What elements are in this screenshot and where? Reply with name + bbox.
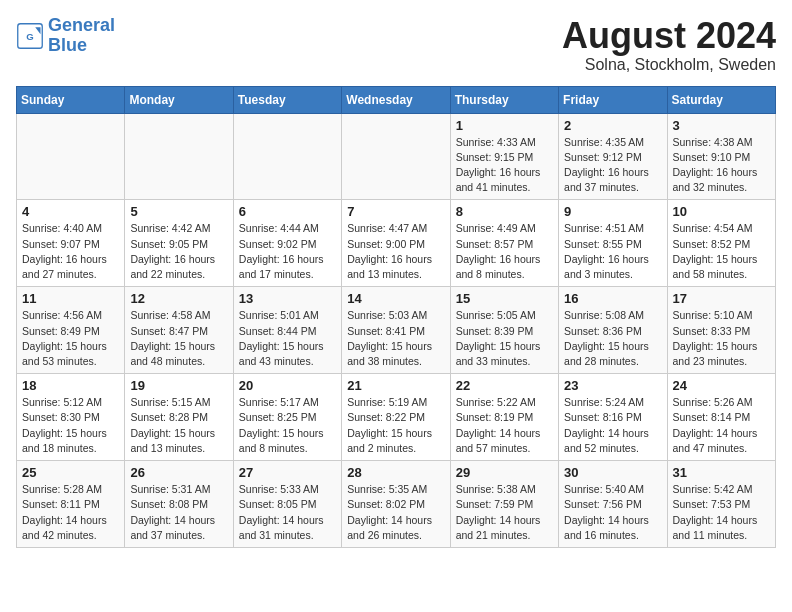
calendar-cell: 23Sunrise: 5:24 AMSunset: 8:16 PMDayligh… bbox=[559, 374, 667, 461]
day-number: 2 bbox=[564, 118, 661, 133]
day-detail: Sunrise: 5:42 AMSunset: 7:53 PMDaylight:… bbox=[673, 482, 770, 543]
day-detail: Sunrise: 5:05 AMSunset: 8:39 PMDaylight:… bbox=[456, 308, 553, 369]
day-detail: Sunrise: 5:40 AMSunset: 7:56 PMDaylight:… bbox=[564, 482, 661, 543]
day-number: 28 bbox=[347, 465, 444, 480]
calendar-cell: 26Sunrise: 5:31 AMSunset: 8:08 PMDayligh… bbox=[125, 461, 233, 548]
calendar-cell: 5Sunrise: 4:42 AMSunset: 9:05 PMDaylight… bbox=[125, 200, 233, 287]
day-number: 16 bbox=[564, 291, 661, 306]
calendar-cell: 24Sunrise: 5:26 AMSunset: 8:14 PMDayligh… bbox=[667, 374, 775, 461]
calendar-cell: 31Sunrise: 5:42 AMSunset: 7:53 PMDayligh… bbox=[667, 461, 775, 548]
calendar-cell bbox=[125, 113, 233, 200]
logo-icon: G bbox=[16, 22, 44, 50]
calendar-cell: 11Sunrise: 4:56 AMSunset: 8:49 PMDayligh… bbox=[17, 287, 125, 374]
day-number: 25 bbox=[22, 465, 119, 480]
day-number: 24 bbox=[673, 378, 770, 393]
calendar-cell bbox=[342, 113, 450, 200]
logo: G General Blue bbox=[16, 16, 115, 56]
logo-line2: Blue bbox=[48, 35, 87, 55]
day-number: 26 bbox=[130, 465, 227, 480]
day-number: 7 bbox=[347, 204, 444, 219]
day-detail: Sunrise: 4:44 AMSunset: 9:02 PMDaylight:… bbox=[239, 221, 336, 282]
day-detail: Sunrise: 5:19 AMSunset: 8:22 PMDaylight:… bbox=[347, 395, 444, 456]
day-detail: Sunrise: 5:22 AMSunset: 8:19 PMDaylight:… bbox=[456, 395, 553, 456]
day-detail: Sunrise: 5:38 AMSunset: 7:59 PMDaylight:… bbox=[456, 482, 553, 543]
day-detail: Sunrise: 4:58 AMSunset: 8:47 PMDaylight:… bbox=[130, 308, 227, 369]
day-number: 23 bbox=[564, 378, 661, 393]
week-row-2: 4Sunrise: 4:40 AMSunset: 9:07 PMDaylight… bbox=[17, 200, 776, 287]
calendar-cell: 18Sunrise: 5:12 AMSunset: 8:30 PMDayligh… bbox=[17, 374, 125, 461]
day-header-row: SundayMondayTuesdayWednesdayThursdayFrid… bbox=[17, 86, 776, 113]
day-header-wednesday: Wednesday bbox=[342, 86, 450, 113]
day-number: 22 bbox=[456, 378, 553, 393]
calendar-table: SundayMondayTuesdayWednesdayThursdayFrid… bbox=[16, 86, 776, 548]
day-detail: Sunrise: 5:26 AMSunset: 8:14 PMDaylight:… bbox=[673, 395, 770, 456]
day-detail: Sunrise: 5:33 AMSunset: 8:05 PMDaylight:… bbox=[239, 482, 336, 543]
day-number: 10 bbox=[673, 204, 770, 219]
day-detail: Sunrise: 5:35 AMSunset: 8:02 PMDaylight:… bbox=[347, 482, 444, 543]
day-header-tuesday: Tuesday bbox=[233, 86, 341, 113]
logo-line1: General bbox=[48, 15, 115, 35]
day-number: 12 bbox=[130, 291, 227, 306]
day-number: 17 bbox=[673, 291, 770, 306]
calendar-title: August 2024 bbox=[562, 16, 776, 56]
day-number: 14 bbox=[347, 291, 444, 306]
day-detail: Sunrise: 5:31 AMSunset: 8:08 PMDaylight:… bbox=[130, 482, 227, 543]
calendar-cell: 27Sunrise: 5:33 AMSunset: 8:05 PMDayligh… bbox=[233, 461, 341, 548]
day-number: 6 bbox=[239, 204, 336, 219]
calendar-cell: 19Sunrise: 5:15 AMSunset: 8:28 PMDayligh… bbox=[125, 374, 233, 461]
day-detail: Sunrise: 5:12 AMSunset: 8:30 PMDaylight:… bbox=[22, 395, 119, 456]
day-number: 13 bbox=[239, 291, 336, 306]
week-row-1: 1Sunrise: 4:33 AMSunset: 9:15 PMDaylight… bbox=[17, 113, 776, 200]
day-header-saturday: Saturday bbox=[667, 86, 775, 113]
day-number: 8 bbox=[456, 204, 553, 219]
day-detail: Sunrise: 4:35 AMSunset: 9:12 PMDaylight:… bbox=[564, 135, 661, 196]
day-detail: Sunrise: 4:51 AMSunset: 8:55 PMDaylight:… bbox=[564, 221, 661, 282]
week-row-5: 25Sunrise: 5:28 AMSunset: 8:11 PMDayligh… bbox=[17, 461, 776, 548]
day-detail: Sunrise: 4:40 AMSunset: 9:07 PMDaylight:… bbox=[22, 221, 119, 282]
day-detail: Sunrise: 5:01 AMSunset: 8:44 PMDaylight:… bbox=[239, 308, 336, 369]
calendar-cell: 21Sunrise: 5:19 AMSunset: 8:22 PMDayligh… bbox=[342, 374, 450, 461]
day-number: 1 bbox=[456, 118, 553, 133]
day-number: 27 bbox=[239, 465, 336, 480]
day-detail: Sunrise: 5:10 AMSunset: 8:33 PMDaylight:… bbox=[673, 308, 770, 369]
day-detail: Sunrise: 4:42 AMSunset: 9:05 PMDaylight:… bbox=[130, 221, 227, 282]
calendar-cell: 29Sunrise: 5:38 AMSunset: 7:59 PMDayligh… bbox=[450, 461, 558, 548]
header: G General Blue August 2024 Solna, Stockh… bbox=[16, 16, 776, 74]
svg-text:G: G bbox=[26, 30, 33, 41]
week-row-4: 18Sunrise: 5:12 AMSunset: 8:30 PMDayligh… bbox=[17, 374, 776, 461]
title-block: August 2024 Solna, Stockholm, Sweden bbox=[562, 16, 776, 74]
day-detail: Sunrise: 5:08 AMSunset: 8:36 PMDaylight:… bbox=[564, 308, 661, 369]
day-number: 19 bbox=[130, 378, 227, 393]
calendar-cell: 3Sunrise: 4:38 AMSunset: 9:10 PMDaylight… bbox=[667, 113, 775, 200]
day-detail: Sunrise: 5:15 AMSunset: 8:28 PMDaylight:… bbox=[130, 395, 227, 456]
calendar-cell: 6Sunrise: 4:44 AMSunset: 9:02 PMDaylight… bbox=[233, 200, 341, 287]
day-number: 3 bbox=[673, 118, 770, 133]
day-header-thursday: Thursday bbox=[450, 86, 558, 113]
day-number: 20 bbox=[239, 378, 336, 393]
calendar-cell: 14Sunrise: 5:03 AMSunset: 8:41 PMDayligh… bbox=[342, 287, 450, 374]
calendar-cell bbox=[233, 113, 341, 200]
day-detail: Sunrise: 5:28 AMSunset: 8:11 PMDaylight:… bbox=[22, 482, 119, 543]
day-number: 11 bbox=[22, 291, 119, 306]
day-detail: Sunrise: 5:24 AMSunset: 8:16 PMDaylight:… bbox=[564, 395, 661, 456]
calendar-cell: 2Sunrise: 4:35 AMSunset: 9:12 PMDaylight… bbox=[559, 113, 667, 200]
day-header-friday: Friday bbox=[559, 86, 667, 113]
day-detail: Sunrise: 4:47 AMSunset: 9:00 PMDaylight:… bbox=[347, 221, 444, 282]
calendar-cell: 28Sunrise: 5:35 AMSunset: 8:02 PMDayligh… bbox=[342, 461, 450, 548]
calendar-cell: 9Sunrise: 4:51 AMSunset: 8:55 PMDaylight… bbox=[559, 200, 667, 287]
day-detail: Sunrise: 4:33 AMSunset: 9:15 PMDaylight:… bbox=[456, 135, 553, 196]
calendar-cell: 17Sunrise: 5:10 AMSunset: 8:33 PMDayligh… bbox=[667, 287, 775, 374]
day-detail: Sunrise: 4:56 AMSunset: 8:49 PMDaylight:… bbox=[22, 308, 119, 369]
calendar-cell: 12Sunrise: 4:58 AMSunset: 8:47 PMDayligh… bbox=[125, 287, 233, 374]
day-header-monday: Monday bbox=[125, 86, 233, 113]
day-header-sunday: Sunday bbox=[17, 86, 125, 113]
week-row-3: 11Sunrise: 4:56 AMSunset: 8:49 PMDayligh… bbox=[17, 287, 776, 374]
calendar-cell: 7Sunrise: 4:47 AMSunset: 9:00 PMDaylight… bbox=[342, 200, 450, 287]
calendar-cell: 4Sunrise: 4:40 AMSunset: 9:07 PMDaylight… bbox=[17, 200, 125, 287]
day-detail: Sunrise: 5:03 AMSunset: 8:41 PMDaylight:… bbox=[347, 308, 444, 369]
calendar-cell: 22Sunrise: 5:22 AMSunset: 8:19 PMDayligh… bbox=[450, 374, 558, 461]
day-detail: Sunrise: 4:54 AMSunset: 8:52 PMDaylight:… bbox=[673, 221, 770, 282]
calendar-cell: 10Sunrise: 4:54 AMSunset: 8:52 PMDayligh… bbox=[667, 200, 775, 287]
day-number: 15 bbox=[456, 291, 553, 306]
day-number: 30 bbox=[564, 465, 661, 480]
